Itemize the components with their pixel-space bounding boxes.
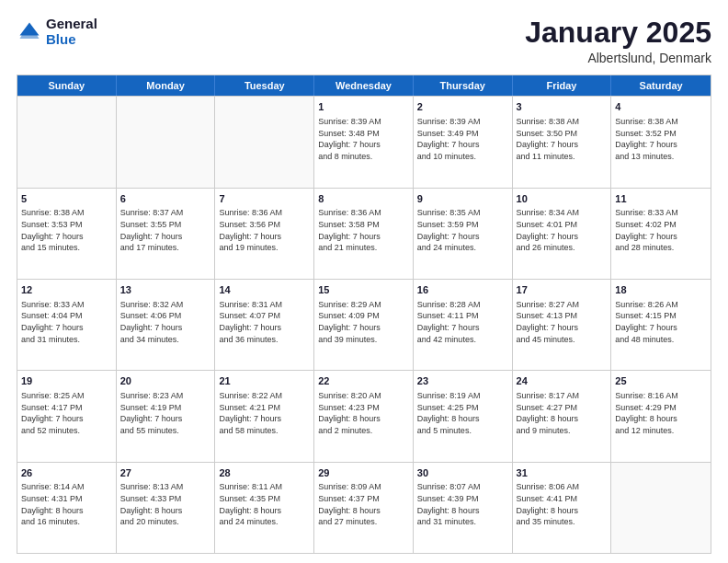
day-content-22: Sunrise: 8:20 AMSunset: 4:23 PMDaylight:…	[318, 390, 409, 436]
day-number-20: 20	[120, 374, 211, 388]
header-monday: Monday	[117, 75, 216, 96]
cal-row-5: 26Sunrise: 8:14 AMSunset: 4:31 PMDayligh…	[17, 462, 711, 553]
header-wednesday: Wednesday	[314, 75, 414, 96]
day-content-14: Sunrise: 8:31 AMSunset: 4:07 PMDaylight:…	[219, 299, 310, 345]
day-content-11: Sunrise: 8:33 AMSunset: 4:02 PMDaylight:…	[615, 207, 707, 253]
cal-cell-2-5: 9Sunrise: 8:35 AMSunset: 3:59 PMDaylight…	[414, 189, 513, 279]
header-thursday: Thursday	[414, 75, 513, 96]
day-number-19: 19	[21, 374, 112, 388]
cal-cell-4-5: 23Sunrise: 8:19 AMSunset: 4:25 PMDayligh…	[414, 371, 513, 461]
cal-cell-3-4: 15Sunrise: 8:29 AMSunset: 4:09 PMDayligh…	[314, 280, 414, 370]
cal-cell-2-2: 6Sunrise: 8:37 AMSunset: 3:55 PMDaylight…	[117, 189, 216, 279]
day-number-4: 4	[615, 100, 707, 114]
day-number-30: 30	[417, 466, 508, 480]
day-content-21: Sunrise: 8:22 AMSunset: 4:21 PMDaylight:…	[219, 390, 310, 436]
logo: General Blue	[17, 17, 97, 47]
month-title: January 2025	[525, 17, 711, 49]
day-content-16: Sunrise: 8:28 AMSunset: 4:11 PMDaylight:…	[417, 299, 508, 345]
day-content-2: Sunrise: 8:39 AMSunset: 3:49 PMDaylight:…	[417, 116, 508, 162]
day-content-5: Sunrise: 8:38 AMSunset: 3:53 PMDaylight:…	[21, 207, 112, 253]
logo-icon	[17, 19, 42, 45]
day-number-26: 26	[21, 466, 112, 480]
cal-row-1: 1Sunrise: 8:39 AMSunset: 3:48 PMDaylight…	[17, 96, 711, 187]
day-number-8: 8	[318, 192, 409, 206]
day-number-29: 29	[318, 466, 409, 480]
day-number-12: 12	[21, 283, 112, 297]
location: Albertslund, Denmark	[525, 51, 711, 65]
page: General Blue January 2025 Albertslund, D…	[0, 0, 728, 563]
day-content-6: Sunrise: 8:37 AMSunset: 3:55 PMDaylight:…	[120, 207, 211, 253]
cal-cell-2-6: 10Sunrise: 8:34 AMSunset: 4:01 PMDayligh…	[513, 189, 612, 279]
cal-cell-3-3: 14Sunrise: 8:31 AMSunset: 4:07 PMDayligh…	[215, 280, 314, 370]
day-content-8: Sunrise: 8:36 AMSunset: 3:58 PMDaylight:…	[318, 207, 409, 253]
day-content-3: Sunrise: 8:38 AMSunset: 3:50 PMDaylight:…	[517, 116, 608, 162]
day-number-5: 5	[21, 192, 112, 206]
cal-cell-3-5: 16Sunrise: 8:28 AMSunset: 4:11 PMDayligh…	[414, 280, 513, 370]
cal-cell-2-3: 7Sunrise: 8:36 AMSunset: 3:56 PMDaylight…	[215, 189, 314, 279]
cal-cell-1-5: 2Sunrise: 8:39 AMSunset: 3:49 PMDaylight…	[414, 97, 513, 187]
cal-cell-5-6: 31Sunrise: 8:06 AMSunset: 4:41 PMDayligh…	[513, 463, 612, 553]
cal-cell-5-3: 28Sunrise: 8:11 AMSunset: 4:35 PMDayligh…	[215, 463, 314, 553]
day-number-23: 23	[417, 374, 508, 388]
day-content-12: Sunrise: 8:33 AMSunset: 4:04 PMDaylight:…	[21, 299, 112, 345]
day-number-28: 28	[219, 466, 310, 480]
header-friday: Friday	[513, 75, 612, 96]
day-number-7: 7	[219, 192, 310, 206]
day-content-31: Sunrise: 8:06 AMSunset: 4:41 PMDaylight:…	[517, 481, 608, 527]
cal-cell-4-2: 20Sunrise: 8:23 AMSunset: 4:19 PMDayligh…	[117, 371, 216, 461]
cal-cell-2-1: 5Sunrise: 8:38 AMSunset: 3:53 PMDaylight…	[17, 189, 117, 279]
logo-blue: Blue	[46, 32, 97, 48]
cal-cell-2-7: 11Sunrise: 8:33 AMSunset: 4:02 PMDayligh…	[611, 189, 711, 279]
day-number-31: 31	[517, 466, 608, 480]
day-content-24: Sunrise: 8:17 AMSunset: 4:27 PMDaylight:…	[517, 390, 608, 436]
cal-cell-1-7: 4Sunrise: 8:38 AMSunset: 3:52 PMDaylight…	[611, 97, 711, 187]
day-number-10: 10	[517, 192, 608, 206]
cal-cell-5-2: 27Sunrise: 8:13 AMSunset: 4:33 PMDayligh…	[117, 463, 216, 553]
day-number-13: 13	[120, 283, 211, 297]
cal-cell-4-7: 25Sunrise: 8:16 AMSunset: 4:29 PMDayligh…	[611, 371, 711, 461]
cal-cell-5-4: 29Sunrise: 8:09 AMSunset: 4:37 PMDayligh…	[314, 463, 414, 553]
cal-row-3: 12Sunrise: 8:33 AMSunset: 4:04 PMDayligh…	[17, 279, 711, 370]
day-content-4: Sunrise: 8:38 AMSunset: 3:52 PMDaylight:…	[615, 116, 707, 162]
day-number-18: 18	[615, 283, 707, 297]
cal-cell-3-2: 13Sunrise: 8:32 AMSunset: 4:06 PMDayligh…	[117, 280, 216, 370]
calendar-body: 1Sunrise: 8:39 AMSunset: 3:48 PMDaylight…	[17, 96, 711, 553]
day-number-21: 21	[219, 374, 310, 388]
day-content-15: Sunrise: 8:29 AMSunset: 4:09 PMDaylight:…	[318, 299, 409, 345]
day-number-24: 24	[517, 374, 608, 388]
header-tuesday: Tuesday	[215, 75, 314, 96]
cal-cell-4-3: 21Sunrise: 8:22 AMSunset: 4:21 PMDayligh…	[215, 371, 314, 461]
day-content-13: Sunrise: 8:32 AMSunset: 4:06 PMDaylight:…	[120, 299, 211, 345]
header: General Blue January 2025 Albertslund, D…	[17, 17, 711, 65]
cal-cell-4-6: 24Sunrise: 8:17 AMSunset: 4:27 PMDayligh…	[513, 371, 612, 461]
cal-cell-1-2	[117, 97, 216, 187]
day-content-30: Sunrise: 8:07 AMSunset: 4:39 PMDaylight:…	[417, 481, 508, 527]
day-content-19: Sunrise: 8:25 AMSunset: 4:17 PMDaylight:…	[21, 390, 112, 436]
day-content-29: Sunrise: 8:09 AMSunset: 4:37 PMDaylight:…	[318, 481, 409, 527]
day-number-22: 22	[318, 374, 409, 388]
cal-cell-3-1: 12Sunrise: 8:33 AMSunset: 4:04 PMDayligh…	[17, 280, 117, 370]
title-block: January 2025 Albertslund, Denmark	[525, 17, 711, 65]
cal-cell-3-7: 18Sunrise: 8:26 AMSunset: 4:15 PMDayligh…	[611, 280, 711, 370]
day-content-17: Sunrise: 8:27 AMSunset: 4:13 PMDaylight:…	[517, 299, 608, 345]
day-content-9: Sunrise: 8:35 AMSunset: 3:59 PMDaylight:…	[417, 207, 508, 253]
day-content-27: Sunrise: 8:13 AMSunset: 4:33 PMDaylight:…	[120, 481, 211, 527]
day-number-16: 16	[417, 283, 508, 297]
cal-cell-2-4: 8Sunrise: 8:36 AMSunset: 3:58 PMDaylight…	[314, 189, 414, 279]
day-number-9: 9	[417, 192, 508, 206]
cal-cell-5-5: 30Sunrise: 8:07 AMSunset: 4:39 PMDayligh…	[414, 463, 513, 553]
logo-text: General Blue	[46, 17, 97, 47]
day-number-3: 3	[517, 100, 608, 114]
cal-cell-1-1	[17, 97, 117, 187]
cal-cell-1-3	[215, 97, 314, 187]
cal-cell-3-6: 17Sunrise: 8:27 AMSunset: 4:13 PMDayligh…	[513, 280, 612, 370]
day-content-1: Sunrise: 8:39 AMSunset: 3:48 PMDaylight:…	[318, 116, 409, 162]
cal-cell-5-7	[611, 463, 711, 553]
cal-cell-4-1: 19Sunrise: 8:25 AMSunset: 4:17 PMDayligh…	[17, 371, 117, 461]
day-content-23: Sunrise: 8:19 AMSunset: 4:25 PMDaylight:…	[417, 390, 508, 436]
day-number-1: 1	[318, 100, 409, 114]
day-number-25: 25	[615, 374, 707, 388]
day-content-20: Sunrise: 8:23 AMSunset: 4:19 PMDaylight:…	[120, 390, 211, 436]
day-content-25: Sunrise: 8:16 AMSunset: 4:29 PMDaylight:…	[615, 390, 707, 436]
day-number-15: 15	[318, 283, 409, 297]
